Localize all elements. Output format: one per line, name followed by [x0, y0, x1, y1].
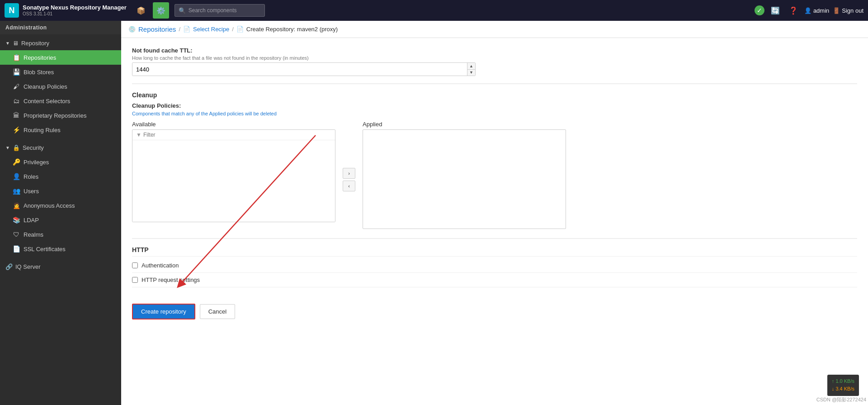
- cleanup-policies-icon: 🖌: [13, 83, 20, 90]
- ssl-label: SSL Certificates: [24, 246, 66, 253]
- available-label: Available: [132, 121, 335, 128]
- http-request-settings-label[interactable]: HTTP request settings: [142, 276, 200, 283]
- proprietary-label: Proprietary Repositories: [24, 112, 86, 119]
- transfer-right-btn[interactable]: ›: [343, 168, 355, 179]
- cleanup-policies-label: Cleanup Policies:: [132, 102, 857, 109]
- sidebar-item-anonymous-access[interactable]: 🙍 Anonymous Access: [0, 198, 121, 213]
- download-speed: ↓ 3.4 KB/s: [832, 385, 854, 393]
- sidebar: Administration ▼ 🖥 Repository 📋 Reposito…: [0, 21, 121, 405]
- iq-section: 🔗 IQ Server: [0, 258, 121, 276]
- not-found-ttl-label: Not found cache TTL:: [132, 47, 857, 54]
- iq-server-item[interactable]: 🔗 IQ Server: [0, 260, 121, 274]
- breadcrumb-sep-2: /: [232, 26, 234, 33]
- status-indicator: ✓: [755, 5, 764, 15]
- spinner-up-btn[interactable]: ▲: [467, 63, 475, 69]
- routing-label: Routing Rules: [24, 127, 61, 133]
- browse-icon-btn[interactable]: 📦: [133, 2, 149, 19]
- transfer-left-btn[interactable]: ‹: [343, 181, 355, 191]
- ldap-icon: 📚: [13, 216, 20, 224]
- user-info[interactable]: 👤 admin: [804, 7, 829, 14]
- not-found-ttl-input-wrapper: ▲ ▼: [132, 62, 476, 76]
- sign-out-btn[interactable]: 🚪 Sign out: [833, 7, 863, 14]
- applied-list[interactable]: [363, 129, 566, 229]
- anonymous-label: Anonymous Access: [24, 202, 75, 209]
- users-label: Users: [24, 188, 39, 195]
- sidebar-item-cleanup-policies[interactable]: 🖌 Cleanup Policies: [0, 79, 121, 94]
- search-icon: 🔍: [179, 7, 186, 14]
- cleanup-policies-help: Components that match any of the Applied…: [132, 111, 857, 116]
- user-icon: 👤: [804, 7, 811, 14]
- sidebar-item-privileges[interactable]: 🔑 Privileges: [0, 155, 121, 169]
- repository-group-label: Repository: [21, 40, 49, 47]
- cancel-button[interactable]: Cancel: [200, 304, 235, 319]
- brand: N Sonatype Nexus Repository Manager OSS …: [5, 3, 127, 18]
- repository-group-header[interactable]: ▼ 🖥 Repository: [0, 36, 121, 50]
- filter-icon: ▼: [136, 132, 142, 138]
- users-icon: 👥: [13, 187, 20, 195]
- breadcrumb-select-recipe[interactable]: Select Recipe: [193, 26, 229, 33]
- roles-icon: 👤: [13, 173, 20, 180]
- ssl-icon: 📄: [13, 245, 20, 253]
- not-found-ttl-help: How long to cache the fact that a file w…: [132, 55, 857, 61]
- divider-2: [132, 238, 857, 239]
- brand-version: OSS 3.31.1-01: [23, 11, 127, 17]
- navbar-right: ✓ 🔄 ❓ 👤 admin 🚪 Sign out: [755, 3, 863, 18]
- sidebar-item-roles[interactable]: 👤 Roles: [0, 169, 121, 184]
- privileges-icon: 🔑: [13, 158, 20, 166]
- sidebar-item-ssl-certificates[interactable]: 📄 SSL Certificates: [0, 242, 121, 256]
- spinner-down-btn[interactable]: ▼: [467, 69, 475, 76]
- iq-label: IQ Server: [15, 263, 41, 270]
- breadcrumb: 💿 Repositories / 📄 Select Recipe / 📄 Cre…: [121, 21, 868, 38]
- security-group-label: Security: [23, 144, 44, 151]
- applied-column: Applied: [363, 121, 566, 229]
- network-status: ↑ 1.0 KB/s ↓ 3.4 KB/s: [827, 375, 859, 396]
- content-area: 💿 Repositories / 📄 Select Recipe / 📄 Cre…: [121, 21, 868, 405]
- breadcrumb-recipe-icon: 📄: [183, 26, 190, 33]
- roles-label: Roles: [24, 173, 38, 180]
- sidebar-item-realms[interactable]: 🛡 Realms: [0, 227, 121, 242]
- available-column: Available ▼: [132, 121, 335, 222]
- ldap-label: LDAP: [24, 217, 39, 224]
- sidebar-item-repositories[interactable]: 📋 Repositories: [0, 50, 121, 65]
- brand-logo: N: [5, 3, 19, 18]
- cleanup-section: Cleanup Cleanup Policies: Components tha…: [132, 91, 857, 229]
- sidebar-item-ldap[interactable]: 📚 LDAP: [0, 213, 121, 227]
- spinner-buttons: ▲ ▼: [467, 63, 475, 76]
- not-found-ttl-input[interactable]: [132, 63, 467, 76]
- authentication-checkbox[interactable]: [132, 262, 138, 268]
- sidebar-item-blob-stores[interactable]: 💾 Blob Stores: [0, 65, 121, 79]
- sidebar-item-proprietary-repositories[interactable]: 🏛 Proprietary Repositories: [0, 108, 121, 123]
- admin-header: Administration: [0, 21, 121, 34]
- security-group-header[interactable]: ▼ 🔒 Security: [0, 141, 121, 155]
- cleanup-columns: Available ▼ › ‹: [132, 121, 566, 229]
- server-icon: 🖥: [13, 40, 19, 47]
- http-request-settings-row: HTTP request settings: [132, 276, 857, 287]
- create-repository-button[interactable]: Create repository: [132, 304, 195, 319]
- blob-stores-icon: 💾: [13, 68, 20, 76]
- authentication-row: Authentication: [132, 262, 857, 273]
- routing-icon: ⚡: [13, 126, 20, 133]
- help-icon[interactable]: ❓: [786, 3, 801, 18]
- http-section: HTTP Authentication HTTP request setting…: [132, 246, 857, 287]
- repositories-icon: 📋: [13, 54, 20, 61]
- http-request-settings-checkbox[interactable]: [132, 277, 138, 283]
- admin-icon-btn[interactable]: ⚙️: [153, 2, 169, 19]
- anonymous-icon: 🙍: [13, 202, 20, 209]
- available-list[interactable]: [132, 140, 335, 222]
- breadcrumb-current: Create Repository: maven2 (proxy): [246, 26, 338, 33]
- cleanup-policies-label: Cleanup Policies: [24, 83, 67, 90]
- breadcrumb-repositories[interactable]: Repositories: [138, 25, 176, 33]
- form-area: Not found cache TTL: How long to cache t…: [121, 38, 868, 405]
- sidebar-item-routing-rules[interactable]: ⚡ Routing Rules: [0, 123, 121, 137]
- authentication-label[interactable]: Authentication: [142, 262, 179, 269]
- db-icon: 💿: [128, 26, 136, 33]
- filter-input[interactable]: [143, 132, 331, 138]
- security-icon: 🔒: [13, 144, 20, 151]
- http-title: HTTP: [132, 246, 857, 257]
- sidebar-item-users[interactable]: 👥 Users: [0, 184, 121, 198]
- search-input[interactable]: [189, 7, 261, 14]
- transfer-buttons: › ‹: [343, 168, 355, 191]
- refresh-icon[interactable]: 🔄: [768, 3, 783, 18]
- sidebar-item-content-selectors[interactable]: 🗂 Content Selectors: [0, 94, 121, 108]
- watermark: CSDN @陌影2272424: [816, 396, 866, 403]
